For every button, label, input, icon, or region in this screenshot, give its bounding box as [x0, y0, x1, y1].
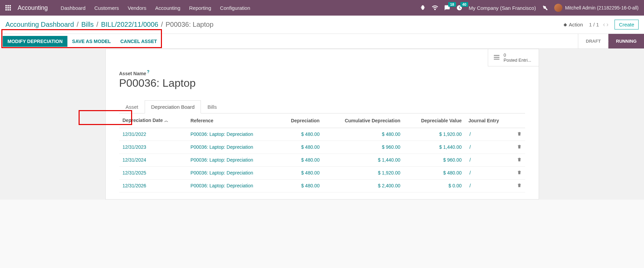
- cell-reference[interactable]: P00036: Laptop: Depreciation: [190, 144, 253, 150]
- nav-menu: Dashboard Customers Vendors Accounting R…: [61, 5, 250, 11]
- stat-count: 0: [504, 53, 532, 58]
- cell-journal[interactable]: /: [469, 157, 471, 163]
- nav-accounting[interactable]: Accounting: [155, 5, 180, 11]
- stat-label: Posted Entri...: [504, 58, 532, 63]
- table-row[interactable]: 12/31/2024P00036: Laptop: Depreciation$ …: [119, 153, 525, 166]
- svg-rect-8: [9, 9, 11, 11]
- app-brand[interactable]: Accounting: [18, 4, 48, 12]
- cell-depreciable[interactable]: $ 0.00: [449, 183, 462, 188]
- svg-rect-1: [7, 5, 9, 6]
- col-depreciation[interactable]: Depreciation: [277, 114, 323, 128]
- top-navbar: Accounting Dashboard Customers Vendors A…: [0, 0, 644, 16]
- user-menu[interactable]: Mitchell Admin (21182295-16-0-all): [554, 4, 639, 12]
- tab-depreciation-board[interactable]: Depreciation Board: [145, 100, 201, 114]
- nav-vendors[interactable]: Vendors: [128, 5, 146, 11]
- debug-icon[interactable]: [420, 5, 426, 11]
- table-row[interactable]: 12/31/2023P00036: Laptop: Depreciation$ …: [119, 141, 525, 153]
- breadcrumb-root[interactable]: Accounting Dashboard: [5, 21, 74, 28]
- cell-reference[interactable]: P00036: Laptop: Depreciation: [190, 131, 253, 137]
- col-journal[interactable]: Journal Entry: [465, 114, 514, 128]
- cell-date[interactable]: 12/31/2023: [123, 144, 146, 150]
- stage-draft[interactable]: DRAFT: [578, 34, 608, 48]
- tabs: Asset Depreciation Board Bills: [119, 100, 525, 114]
- pager-next-icon[interactable]: ›: [606, 21, 608, 28]
- wifi-icon[interactable]: [432, 5, 438, 11]
- cell-cumulative[interactable]: $ 1,920.00: [378, 170, 400, 176]
- action-menu[interactable]: Action: [563, 22, 583, 27]
- table-row[interactable]: 12/31/2022P00036: Laptop: Depreciation$ …: [119, 128, 525, 141]
- create-button[interactable]: Create: [615, 20, 639, 29]
- nav-configuration[interactable]: Configuration: [220, 5, 250, 11]
- table-row[interactable]: 12/31/2026P00036: Laptop: Depreciation$ …: [119, 179, 525, 192]
- pager-prev-icon[interactable]: ‹: [603, 21, 605, 28]
- save-as-model-button[interactable]: SAVE AS MODEL: [67, 36, 116, 47]
- cell-reference[interactable]: P00036: Laptop: Depreciation: [190, 170, 253, 176]
- cell-depreciable[interactable]: $ 960.00: [443, 157, 462, 163]
- cell-journal[interactable]: /: [469, 144, 471, 150]
- avatar: [554, 4, 562, 12]
- cell-cumulative[interactable]: $ 480.00: [382, 131, 400, 137]
- svg-rect-9: [494, 55, 499, 56]
- messages-icon[interactable]: 18: [444, 5, 450, 11]
- nav-customers[interactable]: Customers: [94, 5, 119, 11]
- modify-depreciation-button[interactable]: MODIFY DEPRECIATION: [3, 36, 67, 47]
- tab-asset[interactable]: Asset: [119, 100, 145, 113]
- pager-text[interactable]: 1 / 1: [589, 22, 599, 27]
- breadcrumb-bill[interactable]: BILL/2022/11/0006: [101, 21, 158, 28]
- col-cumulative[interactable]: Cumulative Depreciation: [323, 114, 403, 128]
- cell-cumulative[interactable]: $ 1,440.00: [378, 157, 400, 163]
- svg-rect-6: [5, 9, 7, 11]
- col-depreciable[interactable]: Depreciable Value: [404, 114, 465, 128]
- action-label: Action: [569, 22, 583, 27]
- list-icon: [493, 54, 500, 62]
- tab-bills[interactable]: Bills: [201, 100, 223, 113]
- cell-date[interactable]: 12/31/2022: [123, 131, 146, 137]
- nav-reporting[interactable]: Reporting: [189, 5, 211, 11]
- cell-reference[interactable]: P00036: Laptop: Depreciation: [190, 183, 253, 188]
- company-switcher[interactable]: My Company (San Francisco): [469, 5, 536, 11]
- tools-icon[interactable]: [542, 5, 548, 11]
- cell-cumulative[interactable]: $ 2,400.00: [378, 183, 400, 188]
- svg-rect-3: [5, 7, 7, 8]
- cell-depreciable[interactable]: $ 1,920.00: [439, 131, 462, 137]
- cancel-asset-button[interactable]: CANCEL ASSET: [116, 36, 162, 47]
- col-reference[interactable]: Reference: [187, 114, 277, 128]
- cell-date[interactable]: 12/31/2026: [123, 183, 146, 188]
- stage-running[interactable]: RUNNING: [608, 34, 644, 48]
- cell-depreciation[interactable]: $ 480.00: [301, 157, 320, 163]
- cell-depreciable[interactable]: $ 480.00: [443, 170, 462, 176]
- activities-icon[interactable]: 40: [456, 5, 462, 11]
- svg-rect-4: [7, 7, 9, 8]
- pager: 1 / 1 ‹ ›: [589, 21, 608, 28]
- breadcrumb-bills[interactable]: Bills: [81, 21, 94, 28]
- user-name: Mitchell Admin (21182295-16-0-all): [565, 5, 639, 11]
- cell-depreciation[interactable]: $ 480.00: [301, 183, 320, 188]
- apps-icon[interactable]: [5, 5, 11, 11]
- cell-journal[interactable]: /: [469, 131, 471, 137]
- sort-asc-icon: ︿: [164, 118, 168, 123]
- posted-entries-stat[interactable]: 0 Posted Entri...: [488, 49, 539, 66]
- col-date[interactable]: Depreciation Date︿: [119, 114, 187, 128]
- cell-depreciation[interactable]: $ 480.00: [301, 170, 320, 176]
- asset-name-value[interactable]: P00036: Laptop: [119, 77, 525, 89]
- trash-icon[interactable]: [517, 132, 522, 137]
- trash-icon[interactable]: [517, 170, 522, 176]
- cell-depreciation[interactable]: $ 480.00: [301, 144, 320, 150]
- cell-reference[interactable]: P00036: Laptop: Depreciation: [190, 157, 253, 163]
- cell-journal[interactable]: /: [469, 170, 471, 176]
- trash-icon[interactable]: [517, 158, 522, 163]
- cell-date[interactable]: 12/31/2024: [123, 157, 146, 163]
- nav-dashboard[interactable]: Dashboard: [61, 5, 85, 11]
- svg-rect-2: [9, 5, 11, 6]
- cell-journal[interactable]: /: [469, 183, 471, 188]
- help-icon[interactable]: ?: [147, 69, 149, 74]
- svg-rect-5: [9, 7, 11, 8]
- cell-date[interactable]: 12/31/2025: [123, 170, 146, 176]
- table-row[interactable]: 12/31/2025P00036: Laptop: Depreciation$ …: [119, 166, 525, 179]
- svg-rect-7: [7, 9, 9, 11]
- trash-icon[interactable]: [517, 145, 522, 150]
- trash-icon[interactable]: [517, 183, 522, 189]
- cell-cumulative[interactable]: $ 960.00: [382, 144, 400, 150]
- cell-depreciation[interactable]: $ 480.00: [301, 131, 320, 137]
- cell-depreciable[interactable]: $ 1,440.00: [439, 144, 462, 150]
